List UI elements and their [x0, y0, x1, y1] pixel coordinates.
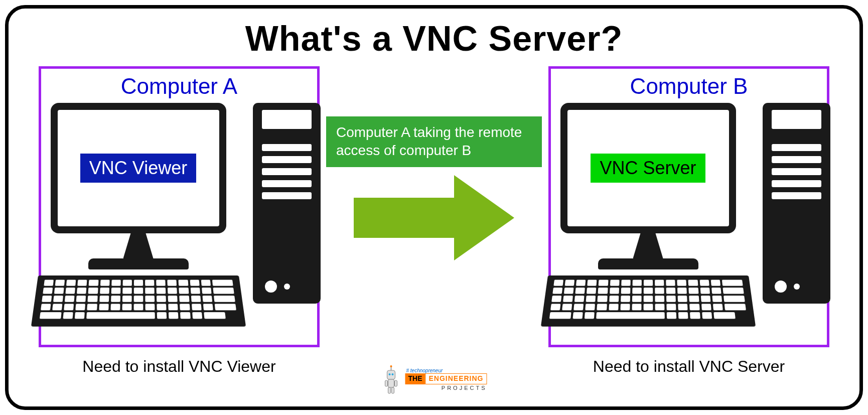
svg-point-5: [390, 365, 392, 367]
arrow-caption: Computer A taking the remote access of c…: [326, 116, 542, 167]
monitor-stand-neck: [633, 233, 663, 258]
optical-drive-icon: [772, 110, 821, 129]
svg-point-2: [388, 373, 390, 375]
brand-logo: # technopreneur THE ENGINEERING PROJECTS: [381, 364, 487, 394]
keyboard-b-icon: [540, 275, 755, 327]
led-icon: [284, 284, 290, 290]
tower-vents-icon: [262, 144, 312, 199]
computer-a-caption: Need to install VNC Viewer: [82, 357, 275, 376]
svg-rect-6: [388, 379, 394, 387]
logo-the: THE: [405, 373, 425, 384]
vnc-viewer-badge: VNC Viewer: [80, 154, 196, 183]
computer-a-label: Computer A: [121, 74, 237, 99]
tower-buttons-icon: [772, 281, 821, 293]
svg-rect-9: [388, 387, 390, 393]
tower-buttons-icon: [262, 281, 312, 293]
monitor-b: VNC Server: [548, 103, 749, 332]
computer-b-box: Computer B VNC Server: [548, 66, 829, 347]
monitor-stand-neck: [123, 233, 154, 258]
diagram-frame: What's a VNC Server? Computer A VNC View…: [5, 5, 863, 410]
keyboard-a-icon: [31, 275, 245, 327]
logo-text: # technopreneur THE ENGINEERING PROJECTS: [405, 368, 487, 390]
monitor-b-screen: VNC Server: [567, 110, 729, 226]
optical-drive-icon: [262, 110, 312, 129]
computer-b-label: Computer B: [630, 74, 748, 99]
tower-vents-icon: [772, 144, 821, 199]
computer-b-graphic: VNC Server: [548, 103, 830, 332]
power-button-icon: [265, 281, 277, 293]
svg-rect-7: [385, 380, 387, 386]
arrow-column: Computer A taking the remote access of c…: [325, 66, 543, 265]
diagram-title: What's a VNC Server?: [39, 19, 829, 59]
svg-rect-10: [391, 387, 394, 393]
monitor-b-frame: VNC Server: [560, 103, 736, 233]
computer-a-column: Computer A VNC Viewer: [39, 66, 320, 376]
vnc-server-badge: VNC Server: [591, 154, 705, 183]
logo-projects: PROJECTS: [405, 385, 487, 391]
robot-icon: [381, 364, 401, 394]
logo-tagline: # technopreneur: [406, 368, 487, 373]
tower-a-icon: [253, 103, 321, 304]
monitor-a-screen: VNC Viewer: [58, 110, 219, 226]
svg-marker-0: [354, 175, 514, 260]
computer-a-graphic: VNC Viewer: [38, 103, 321, 332]
svg-rect-8: [394, 380, 397, 386]
monitor-stand-base: [88, 258, 189, 269]
svg-rect-1: [387, 370, 395, 379]
svg-point-3: [391, 373, 393, 375]
power-button-icon: [775, 281, 787, 293]
computer-b-column: Computer B VNC Server: [548, 66, 829, 376]
tower-b-icon: [763, 103, 830, 304]
diagram-row: Computer A VNC Viewer: [39, 66, 829, 376]
computer-a-box: Computer A VNC Viewer: [39, 66, 320, 347]
monitor-stand-base: [598, 258, 698, 269]
computer-b-caption: Need to install VNC Server: [593, 357, 785, 376]
logo-engineering: ENGINEERING: [425, 373, 487, 384]
right-arrow-icon: [349, 170, 519, 265]
monitor-a: VNC Viewer: [38, 103, 239, 332]
monitor-a-frame: VNC Viewer: [51, 103, 226, 233]
led-icon: [794, 284, 800, 290]
